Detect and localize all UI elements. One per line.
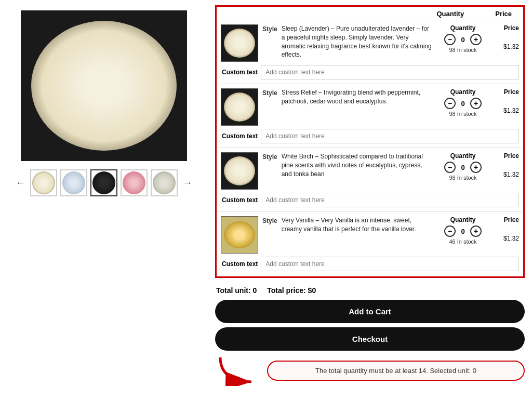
custom-text-label-1: Custom text: [222, 69, 258, 76]
custom-text-label-4: Custom text: [222, 260, 258, 268]
product-thumb-img-2: [224, 92, 255, 122]
style-label-3: Style: [262, 153, 277, 161]
thumbnail-image-5: [153, 171, 176, 194]
product-thumb-4: [221, 216, 258, 254]
style-label-1: Style: [262, 25, 277, 33]
style-label-2: Style: [262, 89, 277, 97]
error-row: The total quantity must be at least 14. …: [215, 355, 525, 386]
qty-control-3: − 0 +: [444, 162, 482, 173]
product-thumb-1: [221, 24, 258, 62]
checkout-button[interactable]: Checkout: [215, 327, 525, 351]
product-thumb-2: [221, 88, 258, 126]
stock-info-3: 98 In stock: [449, 175, 476, 181]
total-price-value: $0: [308, 286, 316, 295]
list-header: Quantity Price: [218, 8, 522, 20]
qty-increase-3[interactable]: +: [470, 162, 482, 173]
qty-label-4: Quantity: [450, 216, 476, 223]
product-desc-4: Very Vanilla – Very Vanilla is an intens…: [282, 216, 433, 234]
thumbnail-1[interactable]: [30, 169, 57, 196]
price-label-2: Price: [504, 88, 519, 96]
thumbnail-strip: ← →: [14, 169, 194, 196]
custom-text-input-4[interactable]: [261, 257, 519, 271]
qty-price-3: Quantity − 0 + 98 In stock: [440, 152, 486, 181]
product-item-1: Style Sleep (Lavender) – Pure unadultera…: [218, 20, 522, 84]
qty-price-1: Quantity − 0 + 98 In stock: [440, 24, 486, 53]
arrow-icon: [215, 355, 262, 386]
stock-info-2: 98 In stock: [449, 111, 476, 117]
price-label-3: Price: [504, 152, 519, 159]
qty-decrease-1[interactable]: −: [444, 34, 456, 45]
price-label-1: Price: [504, 24, 519, 32]
qty-value-4: 0: [459, 228, 467, 235]
qty-increase-1[interactable]: +: [470, 34, 482, 45]
price-value-3: $1.32: [503, 171, 519, 178]
price-col-2: Price $1.32: [490, 88, 519, 114]
product-thumb-img-1: [224, 29, 255, 58]
qty-control-2: − 0 +: [444, 98, 482, 109]
product-desc-1: Sleep (Lavender) – Pure unadulterated la…: [282, 24, 433, 59]
price-col-1: Price $1.32: [490, 24, 519, 50]
arrow-container: [215, 355, 262, 386]
qty-label-1: Quantity: [450, 24, 476, 32]
price-value-4: $1.32: [503, 235, 519, 242]
product-thumb-img-4: [224, 221, 255, 248]
qty-increase-2[interactable]: +: [470, 98, 482, 109]
qty-value-3: 0: [459, 164, 467, 171]
price-value-2: $1.32: [503, 107, 519, 114]
main-product-image: [21, 10, 187, 161]
qty-decrease-4[interactable]: −: [444, 225, 456, 237]
thumbnail-3[interactable]: [90, 169, 117, 196]
product-item-2: Style Stress Relief – Invigorating blend…: [218, 84, 522, 148]
left-panel: ← →: [0, 0, 208, 399]
product-item-4: Style Very Vanilla – Very Vanilla is an …: [218, 211, 522, 275]
thumbnail-image-1: [32, 171, 55, 194]
qty-decrease-3[interactable]: −: [444, 162, 456, 173]
totals-row: Total unit: 0 Total price: $0: [215, 286, 525, 295]
custom-text-input-3[interactable]: [261, 193, 519, 207]
qty-control-4: − 0 +: [444, 225, 482, 237]
prev-thumbnail-button[interactable]: ←: [14, 178, 27, 189]
qty-price-2: Quantity − 0 + 98 In stock: [440, 88, 486, 117]
total-price-label: Total price: $0: [267, 286, 316, 295]
stock-info-1: 98 In stock: [449, 47, 476, 53]
quantity-header: Quantity: [436, 10, 464, 18]
thumbnail-4[interactable]: [121, 169, 148, 196]
qty-value-2: 0: [459, 100, 467, 108]
error-message-text: The total quantity must be at least 14. …: [315, 367, 476, 375]
price-col-3: Price $1.32: [490, 152, 519, 178]
next-thumbnail-button[interactable]: →: [181, 178, 194, 189]
style-label-4: Style: [262, 217, 277, 224]
qty-decrease-2[interactable]: −: [444, 98, 456, 109]
price-header: Price: [495, 10, 512, 18]
error-message-box: The total quantity must be at least 14. …: [267, 361, 525, 381]
custom-text-row-2: Custom text: [221, 129, 519, 143]
add-to-cart-button[interactable]: Add to Cart: [215, 300, 525, 323]
custom-text-label-3: Custom text: [222, 196, 258, 204]
price-label-4: Price: [504, 216, 519, 223]
right-panel: Quantity Price Style Sleep (Lavender) – …: [208, 0, 532, 399]
custom-text-label-2: Custom text: [222, 132, 258, 140]
thumbnail-image-4: [123, 171, 145, 194]
custom-text-input-2[interactable]: [261, 129, 519, 143]
thumbnail-5[interactable]: [151, 169, 178, 196]
price-value-1: $1.32: [503, 43, 519, 50]
product-desc-3: White Birch – Sophisticated compared to …: [282, 152, 433, 178]
qty-label-3: Quantity: [450, 152, 476, 159]
total-unit-value: 0: [253, 286, 257, 295]
custom-text-row-3: Custom text: [221, 193, 519, 207]
footer: Total unit: 0 Total price: $0 Add to Car…: [215, 283, 525, 389]
qty-price-4: Quantity − 0 + 46 In stock: [440, 216, 486, 245]
custom-text-row-1: Custom text: [221, 65, 519, 79]
qty-value-1: 0: [459, 36, 467, 44]
custom-text-input-1[interactable]: [261, 65, 519, 79]
stock-info-4: 46 In stock: [449, 238, 476, 245]
thumbnail-image-2: [62, 171, 85, 194]
thumbnail-2[interactable]: [60, 169, 87, 196]
product-thumb-3: [221, 152, 258, 190]
custom-text-row-4: Custom text: [221, 257, 519, 271]
thumbnail-image-3: [92, 171, 115, 194]
product-thumb-img-3: [224, 156, 255, 185]
total-unit-label: Total unit: 0: [216, 286, 257, 295]
qty-control-1: − 0 +: [444, 34, 482, 45]
qty-increase-4[interactable]: +: [470, 225, 482, 237]
